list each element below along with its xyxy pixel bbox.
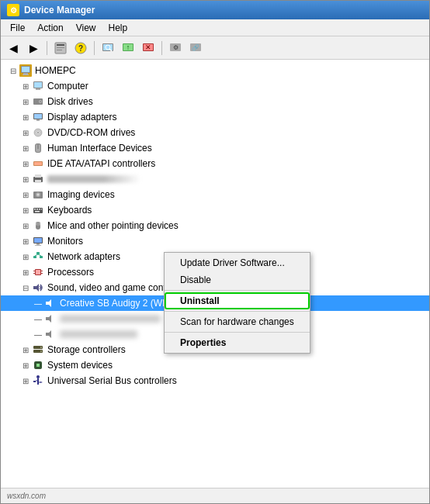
toolbar-help-button[interactable]: ? [71,40,90,57]
icon-monitor [32,235,44,247]
tree-item-imaging[interactable]: ⊞ Imaging devices [1,187,429,202]
svg-rect-22 [23,73,28,74]
expander-keyboard[interactable]: ⊞ [19,204,32,216]
expander-ide[interactable]: ⊞ [19,157,32,170]
expander-processors[interactable]: ⊞ [19,266,32,278]
svg-rect-61 [33,256,36,258]
expander-imaging[interactable]: ⊞ [19,188,32,201]
usb-label: Universal Serial Bus controllers [47,375,177,386]
toolbar-separator-1 [47,41,47,55]
menu-view[interactable]: View [70,21,102,35]
expander-dvd[interactable]: ⊞ [19,126,32,139]
ctx-sep-1 [165,290,310,291]
toolbar-back-button[interactable]: ◀ [4,40,23,57]
expander-mice[interactable]: ⊞ [19,219,32,232]
toolbar-scan-button[interactable] [99,40,117,57]
dvd-label: DVD/CD-ROM drives [47,127,135,138]
diskdrives-label: Disk drives [47,96,93,107]
ctx-update[interactable]: Update Driver Software... [165,254,310,271]
tree-item-display[interactable]: ⊞ Display adapters [1,109,429,125]
svg-rect-43 [35,174,41,178]
ctx-properties[interactable]: Properties [165,334,310,351]
icon-storage [32,343,44,356]
svg-point-77 [40,347,42,348]
ide-label: IDE ATA/ATAPI controllers [47,158,155,169]
svg-line-64 [38,254,41,256]
svg-marker-71 [33,284,39,292]
menu-action[interactable]: Action [31,21,69,35]
svg-point-78 [40,350,42,352]
tree-item-sysdev[interactable]: ⊞ System devices [1,357,429,373]
svg-rect-49 [36,209,38,210]
icon-network [32,250,44,263]
svg-rect-3 [57,50,62,50]
ctx-uninstall[interactable]: Uninstall [165,292,310,309]
expander-monitors[interactable]: ⊞ [19,235,32,247]
expander-sysdev[interactable]: ⊞ [19,359,32,371]
expander-sound2[interactable]: — [32,312,44,325]
menu-help[interactable]: Help [102,21,134,35]
svg-rect-48 [34,209,36,210]
tree-item-computer[interactable]: ⊞ Computer [1,78,429,94]
tree-item-diskdrives[interactable]: ⊞ Disk drives [1,94,429,109]
expander-creative[interactable]: — [32,297,44,309]
toolbar-extra2-button[interactable]: 🔗 [186,40,205,57]
toolbar-separator-3 [161,41,162,55]
ctx-scan[interactable]: Scan for hardware changes [165,313,310,330]
display-label: Display adapters [47,112,116,123]
svg-rect-1 [57,44,64,46]
window-icon: ⚙ [7,4,19,16]
context-menu: Update Driver Software... Disable Uninst… [164,252,310,354]
homepc-label: HOMEPC [35,65,76,76]
expander-sound3[interactable]: — [32,328,44,340]
expander-disk[interactable]: ⊞ [19,95,32,108]
toolbar-extra1-button[interactable]: ⚙ [166,40,185,57]
wsxdn-label: wsxdn.com [7,492,46,500]
svg-text:⚙: ⚙ [173,44,179,51]
tree-panel: ⊟ HOMEPC ⊞ Computer ⊞ Disk drives [1,60,429,488]
processors-label: Processors [47,267,94,278]
svg-rect-80 [36,364,40,367]
tree-item-dvd[interactable]: ⊞ DVD/CD-ROM drives [1,125,429,140]
expander-computer[interactable]: ⊞ [19,80,32,92]
svg-marker-86 [40,381,43,383]
expander-blurred1[interactable]: ⊞ [19,173,32,185]
toolbar-update-button[interactable]: ↑ [119,40,137,57]
svg-rect-52 [35,211,40,212]
ctx-disable[interactable]: Disable [165,271,310,288]
mice-label: Mice and other pointing devices [47,220,179,231]
icon-display [32,111,44,123]
icon-ide [32,157,44,170]
imaging-label: Imaging devices [47,189,115,200]
tree-item-homepc[interactable]: ⊟ HOMEPC [1,63,429,78]
icon-computer2 [32,80,44,92]
svg-rect-67 [33,271,35,271]
svg-rect-23 [23,74,29,75]
icon-sound2 [44,312,57,325]
expander-hid[interactable]: ⊞ [19,142,32,154]
toolbar-remove-button[interactable]: ✕ [139,40,158,57]
expander-usb[interactable]: ⊞ [19,375,32,387]
tree-item-mice[interactable]: ⊞ Mice and other pointing devices [1,218,429,233]
icon-sysdev [32,359,44,371]
svg-rect-70 [41,273,43,274]
computer-label: Computer [47,81,88,91]
svg-rect-58 [36,243,40,245]
expander-display[interactable]: ⊞ [19,111,32,123]
title-bar: ⚙ Device Manager [1,1,429,19]
tree-item-ide[interactable]: ⊞ IDE ATA/ATAPI controllers [1,156,429,171]
expander-sound[interactable]: ⊟ [19,281,32,294]
expander-storage[interactable]: ⊞ [19,343,32,356]
tree-item-usb[interactable]: ⊞ Universal Serial Bus controllers [1,373,429,388]
tree-item-blurred1[interactable]: ⊞ [1,171,429,187]
svg-rect-25 [34,82,42,88]
expander-homepc[interactable]: ⊟ [7,64,19,77]
storage-label: Storage controllers [47,344,126,355]
tree-item-hid[interactable]: ⊞ Human Interface Devices [1,140,429,156]
tree-item-monitors[interactable]: ⊞ Monitors [1,233,429,249]
toolbar-forward-button[interactable]: ▶ [24,40,43,57]
menu-file[interactable]: File [4,21,31,35]
toolbar-properties-button[interactable] [51,40,70,57]
tree-item-keyboard[interactable]: ⊞ Keyboards [1,202,429,218]
expander-network[interactable]: ⊞ [19,250,32,263]
